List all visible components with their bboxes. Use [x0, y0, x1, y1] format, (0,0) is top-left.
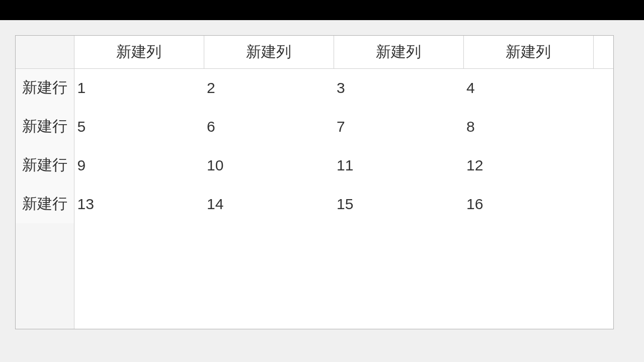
data-cell[interactable]: 8 [463, 107, 593, 146]
table-row: 新建行 5 6 7 8 [16, 107, 613, 146]
filler-cell [334, 223, 463, 329]
data-cell[interactable]: 4 [463, 68, 593, 107]
filler-cell [74, 223, 204, 329]
filler-row [16, 223, 613, 329]
data-cell[interactable]: 16 [463, 185, 593, 223]
data-cell[interactable]: 12 [463, 146, 593, 185]
data-cell[interactable]: 2 [204, 68, 334, 107]
column-header[interactable]: 新建列 [334, 36, 463, 68]
filler-cell [593, 146, 613, 185]
table-header-row: 新建列 新建列 新建列 新建列 [16, 36, 613, 68]
table-row: 新建行 1 2 3 4 [16, 68, 613, 107]
filler-cell [204, 223, 334, 329]
filler-cell [593, 36, 613, 68]
table-row: 新建行 13 14 15 16 [16, 185, 613, 223]
filler-cell [593, 107, 613, 146]
data-cell[interactable]: 15 [334, 185, 463, 223]
row-header[interactable]: 新建行 [16, 107, 74, 146]
row-header[interactable]: 新建行 [16, 68, 74, 107]
data-cell[interactable]: 11 [334, 146, 463, 185]
filler-cell [593, 185, 613, 223]
row-header[interactable]: 新建行 [16, 146, 74, 185]
row-header[interactable]: 新建行 [16, 185, 74, 223]
data-cell[interactable]: 1 [74, 68, 204, 107]
filler-cell [593, 68, 613, 107]
column-header[interactable]: 新建列 [463, 36, 593, 68]
table-container: 新建列 新建列 新建列 新建列 新建行 1 2 3 4 新建行 [15, 35, 614, 329]
data-cell[interactable]: 14 [204, 185, 334, 223]
data-cell[interactable]: 6 [204, 107, 334, 146]
filler-cell [593, 223, 613, 329]
column-header[interactable]: 新建列 [74, 36, 204, 68]
data-cell[interactable]: 13 [74, 185, 204, 223]
data-table[interactable]: 新建列 新建列 新建列 新建列 新建行 1 2 3 4 新建行 [16, 36, 613, 329]
table-row: 新建行 9 10 11 12 [16, 146, 613, 185]
canvas: 新建列 新建列 新建列 新建列 新建行 1 2 3 4 新建行 [0, 20, 644, 362]
data-cell[interactable]: 3 [334, 68, 463, 107]
corner-cell[interactable] [16, 36, 74, 68]
data-cell[interactable]: 7 [334, 107, 463, 146]
data-cell[interactable]: 9 [74, 146, 204, 185]
data-cell[interactable]: 5 [74, 107, 204, 146]
column-header[interactable]: 新建列 [204, 36, 334, 68]
filler-cell [463, 223, 593, 329]
data-cell[interactable]: 10 [204, 146, 334, 185]
filler-cell [16, 223, 74, 329]
